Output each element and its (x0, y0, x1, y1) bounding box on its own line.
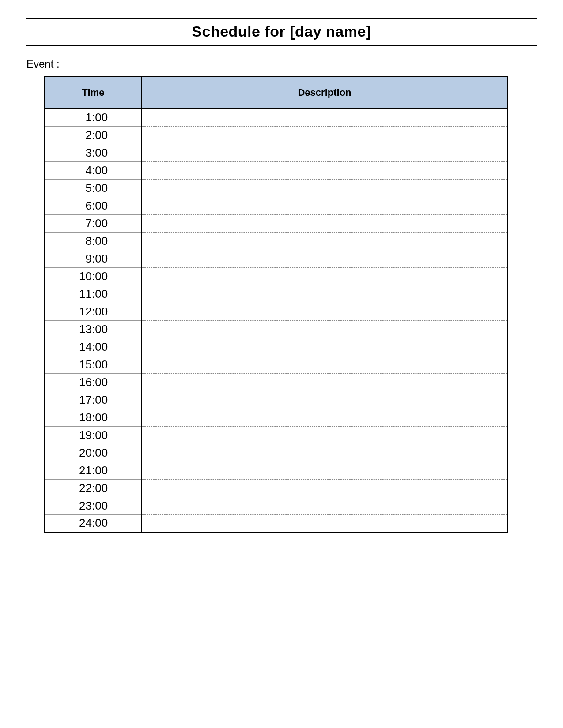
description-cell[interactable] (142, 497, 507, 514)
time-cell: 15 :00 (45, 356, 142, 373)
table-row: 12 :00 (45, 303, 507, 320)
page-title: Schedule for [day name] (26, 23, 537, 40)
description-cell[interactable] (142, 479, 507, 497)
table-row: 13 :00 (45, 320, 507, 338)
description-cell[interactable] (142, 232, 507, 250)
time-cell: 2 :00 (45, 126, 142, 144)
description-cell[interactable] (142, 338, 507, 356)
schedule-table: Time Description 1 :002 :003 :004 :005 :… (44, 76, 508, 533)
table-row: 15 :00 (45, 356, 507, 373)
description-cell[interactable] (142, 444, 507, 462)
time-cell: 5 :00 (45, 179, 142, 197)
time-cell: 20 :00 (45, 444, 142, 462)
table-row: 19 :00 (45, 426, 507, 444)
time-cell: 23 :00 (45, 497, 142, 514)
description-cell[interactable] (142, 514, 507, 532)
description-cell[interactable] (142, 179, 507, 197)
description-cell[interactable] (142, 409, 507, 426)
time-cell: 14 :00 (45, 338, 142, 356)
table-row: 23 :00 (45, 497, 507, 514)
time-cell: 19 :00 (45, 426, 142, 444)
time-cell: 13 :00 (45, 320, 142, 338)
time-cell: 9 :00 (45, 250, 142, 267)
table-row: 16 :00 (45, 373, 507, 391)
table-row: 5 :00 (45, 179, 507, 197)
time-cell: 17 :00 (45, 391, 142, 409)
time-cell: 1 :00 (45, 109, 142, 126)
table-row: 4 :00 (45, 161, 507, 179)
title-block: Schedule for [day name] (26, 18, 537, 46)
table-row: 2 :00 (45, 126, 507, 144)
table-row: 11 :00 (45, 285, 507, 303)
description-cell[interactable] (142, 197, 507, 214)
table-row: 8 :00 (45, 232, 507, 250)
time-cell: 24 :00 (45, 514, 142, 532)
time-cell: 16 :00 (45, 373, 142, 391)
table-row: 14 :00 (45, 338, 507, 356)
time-cell: 21 :00 (45, 462, 142, 479)
time-cell: 12 :00 (45, 303, 142, 320)
time-cell: 4 :00 (45, 161, 142, 179)
event-label: Event : (26, 58, 537, 70)
table-row: 7 :00 (45, 214, 507, 232)
table-row: 10 :00 (45, 267, 507, 285)
description-cell[interactable] (142, 161, 507, 179)
table-row: 21 :00 (45, 462, 507, 479)
time-cell: 3 :00 (45, 144, 142, 161)
time-cell: 6 :00 (45, 197, 142, 214)
description-cell[interactable] (142, 356, 507, 373)
time-cell: 10 :00 (45, 267, 142, 285)
description-cell[interactable] (142, 267, 507, 285)
description-cell[interactable] (142, 320, 507, 338)
table-row: 9 :00 (45, 250, 507, 267)
time-cell: 7 :00 (45, 214, 142, 232)
table-row: 20 :00 (45, 444, 507, 462)
time-cell: 22 :00 (45, 479, 142, 497)
table-row: 17 :00 (45, 391, 507, 409)
time-cell: 18 :00 (45, 409, 142, 426)
table-row: 6 :00 (45, 197, 507, 214)
table-row: 1 :00 (45, 109, 507, 126)
time-cell: 8 :00 (45, 232, 142, 250)
time-cell: 11 :00 (45, 285, 142, 303)
description-cell[interactable] (142, 462, 507, 479)
description-cell[interactable] (142, 391, 507, 409)
description-cell[interactable] (142, 250, 507, 267)
description-cell[interactable] (142, 109, 507, 126)
description-cell[interactable] (142, 214, 507, 232)
description-cell[interactable] (142, 303, 507, 320)
table-row: 22 :00 (45, 479, 507, 497)
description-cell[interactable] (142, 285, 507, 303)
column-header-time: Time (45, 77, 142, 109)
table-row: 3 :00 (45, 144, 507, 161)
description-cell[interactable] (142, 144, 507, 161)
column-header-description: Description (142, 77, 507, 109)
description-cell[interactable] (142, 426, 507, 444)
table-row: 24 :00 (45, 514, 507, 532)
schedule-body: 1 :002 :003 :004 :005 :006 :007 :008 :00… (45, 109, 507, 532)
description-cell[interactable] (142, 373, 507, 391)
table-row: 18 :00 (45, 409, 507, 426)
description-cell[interactable] (142, 126, 507, 144)
